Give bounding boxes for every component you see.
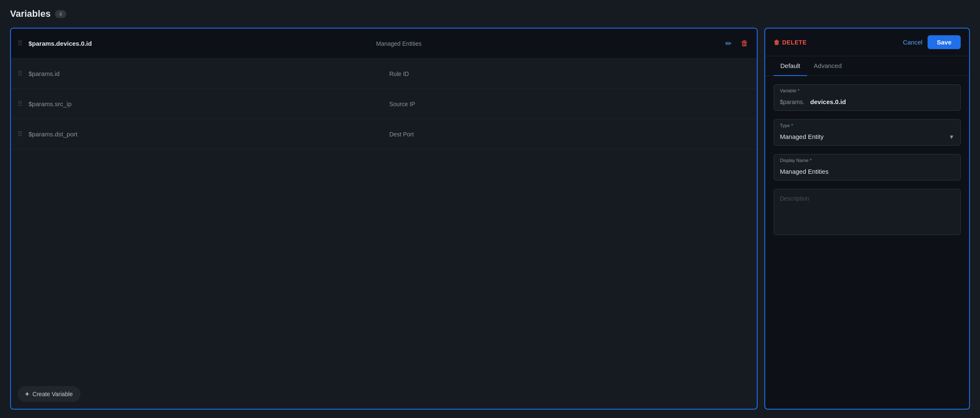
variable-name: $params.devices.0.id <box>29 40 376 47</box>
drag-handle-icon: ⠿ <box>18 39 23 47</box>
cancel-button[interactable]: Cancel <box>903 39 923 46</box>
variable-type: Rule ID <box>389 71 750 77</box>
page-title: Variables <box>10 8 51 19</box>
display-name-label: Display Name * <box>774 154 960 163</box>
variable-name: $params.src_ip <box>29 100 389 107</box>
variable-type: Source IP <box>389 101 750 107</box>
type-select-value: Managed Entity <box>780 133 949 140</box>
variable-type: Managed Entities <box>376 40 724 47</box>
chevron-down-icon: ▼ <box>949 133 954 140</box>
type-select[interactable]: Managed Entity ▼ <box>774 128 960 145</box>
description-textarea[interactable] <box>774 189 961 235</box>
variables-list: ⠿ $params.devices.0.id Managed Entities … <box>10 28 758 410</box>
create-variable-button[interactable]: + Create Variable <box>18 386 81 402</box>
create-variable-label: Create Variable <box>32 391 73 397</box>
variable-input[interactable] <box>804 93 960 110</box>
variable-prefix: $params. <box>774 94 804 110</box>
tab-default[interactable]: Default <box>774 56 807 76</box>
edit-icon[interactable]: ✏ <box>724 37 733 50</box>
display-name-field-group: Display Name * <box>774 154 961 180</box>
variable-row[interactable]: ⠿ $params.devices.0.id Managed Entities … <box>11 29 757 59</box>
variable-field-label: Variable * <box>774 85 960 93</box>
trash-icon: 🗑 <box>774 39 780 46</box>
form-body: Variable * $params. Type * Managed Entit… <box>765 76 969 409</box>
variable-row[interactable]: ⠿ $params.id Rule ID <box>11 59 757 89</box>
display-name-input[interactable] <box>774 163 960 180</box>
tab-advanced[interactable]: Advanced <box>807 56 849 76</box>
panel-tabs: Default Advanced <box>765 56 969 76</box>
row-actions: ✏ 🗑 <box>724 37 750 50</box>
edit-panel: 🗑 DELETE Cancel Save Default Advanced Va… <box>764 28 970 410</box>
variable-name: $params.dst_port <box>29 131 389 138</box>
variable-type: Dest Port <box>389 131 750 138</box>
variable-count-badge: 4 <box>55 10 66 18</box>
delete-icon[interactable]: 🗑 <box>739 37 750 50</box>
drag-handle-icon: ⠿ <box>18 70 23 78</box>
header-actions: Cancel Save <box>903 35 961 49</box>
type-field-group: Type * Managed Entity ▼ <box>774 119 961 146</box>
save-button[interactable]: Save <box>928 35 961 49</box>
variable-row[interactable]: ⠿ $params.dst_port Dest Port <box>11 119 757 149</box>
drag-handle-icon: ⠿ <box>18 100 23 108</box>
description-field-group <box>774 189 961 235</box>
variable-row[interactable]: ⠿ $params.src_ip Source IP <box>11 89 757 119</box>
type-field-label: Type * <box>774 120 960 128</box>
drag-handle-icon: ⠿ <box>18 130 23 138</box>
panel-header: 🗑 DELETE Cancel Save <box>765 29 969 56</box>
plus-icon: + <box>25 390 29 398</box>
delete-label: DELETE <box>782 39 807 46</box>
variable-name: $params.id <box>29 70 389 77</box>
delete-button[interactable]: 🗑 DELETE <box>774 39 807 46</box>
variable-field-group: Variable * $params. <box>774 84 961 111</box>
